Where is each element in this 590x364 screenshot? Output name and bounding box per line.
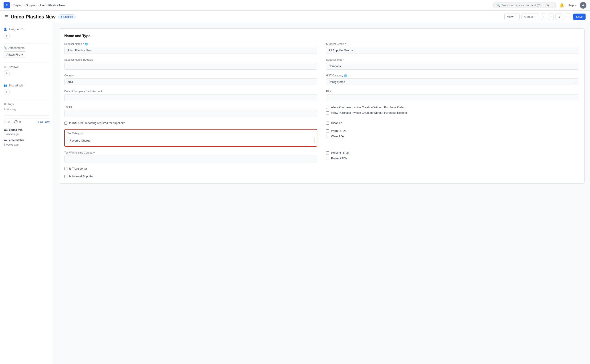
shared-with-label: 👥 Shared With: [4, 84, 50, 87]
tax-id-input[interactable]: [64, 110, 317, 117]
attachments-label: 📎 Attachments: [4, 46, 50, 50]
gst-category-select[interactable]: Unregistered Registered Regular: [326, 78, 579, 85]
is-transporter-group: Is Transporter: [64, 167, 317, 170]
breadcrumb-buying[interactable]: Buying: [13, 4, 22, 7]
irs-1099-checkbox[interactable]: [64, 122, 67, 125]
country-group: Country: [64, 74, 317, 85]
supplier-type-select-wrapper: Company Individual: [326, 63, 579, 70]
prevent-pos-row[interactable]: Prevent POs: [326, 157, 579, 160]
supplier-group-group: Supplier Group *: [326, 42, 579, 54]
right-checkboxes-1: Allow Purchase Invoice Creation Without …: [326, 105, 579, 117]
breadcrumb-supplier[interactable]: Supplier: [26, 4, 36, 7]
next-button[interactable]: ›: [548, 13, 554, 20]
supplier-group-input[interactable]: [326, 47, 579, 54]
add-tag-input[interactable]: Add a tag ...: [4, 108, 19, 111]
attach-file-button[interactable]: Attach File +: [4, 51, 26, 58]
activity-item-1: You created this5 weeks ago: [4, 138, 50, 147]
tax-id-label: Tax ID: [64, 105, 317, 109]
reviews-section: ☆ Reviews +: [4, 65, 50, 77]
chevron-down-icon: ▾: [575, 4, 576, 7]
disabled-checkbox[interactable]: [326, 122, 329, 125]
warn-rfqs-checkbox[interactable]: [326, 129, 329, 132]
help-button[interactable]: Help ▾: [568, 4, 576, 7]
tax-withholding-input[interactable]: [64, 156, 317, 162]
add-review-button[interactable]: +: [4, 70, 10, 77]
view-button[interactable]: View ⌃: [504, 13, 520, 20]
is-transporter-row[interactable]: Is Transporter: [64, 167, 317, 170]
country-label: Country: [64, 74, 317, 77]
tax-id-group: Tax ID: [64, 105, 317, 117]
main-layout: 👤 Assigned To + 📎 Attachments Attach Fil…: [0, 23, 590, 364]
create-button[interactable]: Create ⌃: [522, 13, 539, 20]
allow-invoice-no-po-row[interactable]: Allow Purchase Invoice Creation Without …: [326, 105, 579, 109]
bank-account-input[interactable]: [64, 94, 317, 101]
add-shared-button[interactable]: +: [4, 89, 10, 95]
save-button[interactable]: Save: [573, 13, 586, 20]
warn-rfqs-row[interactable]: Warn RFQs: [326, 129, 579, 132]
pan-group: PAN: [326, 90, 579, 101]
supplier-type-label: Supplier Type *: [326, 58, 579, 61]
gst-category-group: GST Category 🌐 Unregistered Registered R…: [326, 74, 579, 85]
add-assigned-button[interactable]: +: [4, 33, 10, 39]
globe-icon-gst: 🌐: [344, 74, 347, 77]
tax-withholding-group: Tax Withholding Category: [64, 151, 317, 162]
comments-count: 0: [19, 120, 21, 124]
form-grid: Supplier Name * 🌐 Supplier Group *: [64, 42, 579, 178]
allow-invoice-no-receipt-row[interactable]: Allow Purchase Invoice Creation Without …: [326, 111, 579, 114]
is-internal-supplier-row[interactable]: Is Internal Supplier: [64, 175, 317, 178]
activity-item-0: You edited this5 weeks ago: [4, 128, 50, 136]
irs-1099-row[interactable]: Is IRS 1099 reporting required for suppl…: [64, 121, 125, 125]
print-button[interactable]: 🖨: [556, 13, 563, 20]
sidebar: 👤 Assigned To + 📎 Attachments Attach Fil…: [0, 23, 54, 364]
disabled-checkbox-group: Disabled: [326, 121, 579, 125]
tax-withholding-label: Tax Withholding Category: [64, 151, 317, 154]
country-input[interactable]: [64, 78, 317, 85]
tags-section: 🏷 Tags Add a tag ...: [4, 103, 50, 111]
paperclip-icon: 📎: [4, 46, 7, 50]
prevent-rfqs-row[interactable]: Prevent RFQs: [326, 151, 579, 155]
search-box[interactable]: 🔍 Search or type a command (Ctrl + G): [493, 2, 556, 8]
tax-category-input[interactable]: [67, 137, 315, 144]
app-icon[interactable]: E: [4, 2, 10, 8]
prevent-pos-checkbox[interactable]: [326, 157, 329, 160]
empty-right-9: [326, 167, 579, 170]
supplier-name-label: Supplier Name * 🌐: [64, 42, 317, 46]
more-button[interactable]: ···: [565, 13, 571, 20]
is-internal-supplier-checkbox[interactable]: [64, 175, 67, 178]
is-internal-supplier-group: Is Internal Supplier: [64, 175, 317, 178]
breadcrumb-area: E › Buying › Supplier › Unico Plastics N…: [4, 2, 65, 8]
prevent-rfqs-checkbox[interactable]: [326, 151, 329, 155]
notification-icon[interactable]: 🔔: [559, 3, 564, 8]
empty-right-10: [326, 175, 579, 178]
disabled-row[interactable]: Disabled: [326, 121, 579, 125]
tags-label: 🏷 Tags: [4, 103, 50, 106]
pan-input[interactable]: [326, 94, 579, 101]
supplier-name-input[interactable]: [64, 47, 317, 54]
comment-icon: 💬: [14, 120, 18, 124]
people-icon: 👥: [4, 84, 7, 87]
tax-category-group: Tax Category: [64, 129, 317, 147]
avatar[interactable]: A: [580, 2, 586, 9]
globe-icon: 🌐: [85, 43, 88, 46]
is-transporter-checkbox[interactable]: [64, 167, 67, 170]
supplier-type-group: Supplier Type * Company Individual: [326, 58, 579, 70]
supplier-name-group: Supplier Name * 🌐: [64, 42, 317, 54]
status-badge: Enabled: [58, 14, 76, 19]
allow-invoice-no-receipt-checkbox[interactable]: [326, 111, 329, 114]
supplier-name-arabic-group: Supplier Name in Arabic: [64, 58, 317, 70]
topnav-right: 🔍 Search or type a command (Ctrl + G) 🔔 …: [493, 2, 586, 9]
prev-button[interactable]: ‹: [541, 13, 546, 20]
supplier-name-arabic-input[interactable]: [64, 63, 317, 70]
pan-label: PAN: [326, 90, 579, 93]
search-placeholder: Search or type a command (Ctrl + G): [501, 4, 549, 7]
breadcrumb-current: Unico Plastics New: [40, 4, 65, 7]
prevent-checkboxes: Prevent RFQs Prevent POs: [326, 151, 579, 162]
supplier-type-select[interactable]: Company Individual: [326, 63, 579, 70]
status-label: Enabled: [63, 15, 73, 19]
warn-pos-row[interactable]: Warn POs: [326, 135, 579, 138]
warn-pos-checkbox[interactable]: [326, 135, 329, 138]
follow-button[interactable]: FOLLOW: [38, 120, 50, 124]
allow-invoice-no-po-checkbox[interactable]: [326, 106, 329, 109]
menu-icon[interactable]: ☰: [4, 14, 8, 19]
heart-icon: ♡: [4, 120, 6, 124]
